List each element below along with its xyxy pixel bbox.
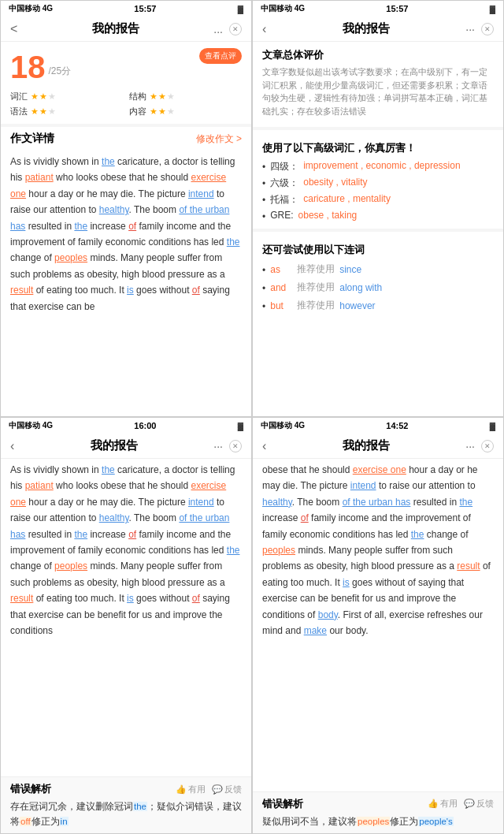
panel-tr-scroll: 文章总体评价 文章字数疑似超出该考试字数要求；在高中级别下，有一定词汇积累，能使… xyxy=(253,42,503,416)
error-desc-bl: 存在冠词冗余，建议删除冠词the；疑似介词错误，建议将off修正为in xyxy=(10,799,242,828)
star2: ★ xyxy=(39,106,47,117)
battery-br: ▓ xyxy=(490,422,495,430)
word-the1: the xyxy=(102,156,115,167)
error-title-row-br: 错误解析 👍 有用 💬 反馈 xyxy=(262,797,494,811)
back-icon-tl[interactable]: < xyxy=(10,22,17,36)
vocab-item-3: • GRE: obese , taking xyxy=(262,208,494,224)
bl-the1: the xyxy=(102,464,115,475)
c-alt-0: since xyxy=(339,264,361,275)
essay-text-br: obese that he should exercise one hour a… xyxy=(253,459,503,645)
conjunct-item-0: • as 推荐使用 since xyxy=(262,260,494,278)
nav-left-bl[interactable]: ‹ xyxy=(10,439,14,453)
c-dot0: • xyxy=(262,265,265,276)
bl-patiant: patiant xyxy=(25,480,54,491)
bl-peoples: peoples xyxy=(54,560,87,572)
more-icon-bl[interactable]: ··· xyxy=(213,440,223,452)
star1: ★ xyxy=(31,91,39,102)
error-title-row-bl: 错误解析 👍 有用 💬 反馈 xyxy=(10,782,242,796)
br-the2: the xyxy=(459,497,472,508)
score-item-struct: 结构 ★ ★ ★ xyxy=(129,91,242,102)
br-of: of xyxy=(301,512,309,523)
nav-bar-tl: < 我的报告 ... ✕ xyxy=(1,17,251,42)
nav-title-bl: 我的报告 xyxy=(91,438,138,453)
star2: ★ xyxy=(158,106,166,117)
score-number: 18 xyxy=(10,51,46,83)
nav-left-tr[interactable]: ‹ xyxy=(262,22,266,36)
back-icon-br[interactable]: ‹ xyxy=(262,439,266,453)
back-icon-tr[interactable]: ‹ xyxy=(262,22,266,36)
feedback-btn-br[interactable]: 💬 反馈 xyxy=(464,798,494,810)
check-btn[interactable]: 查看点评 xyxy=(199,48,242,64)
nav-right-tl[interactable]: ... ✕ xyxy=(213,23,242,35)
feedback-btn-bl[interactable]: 💬 反馈 xyxy=(212,784,242,795)
br-peoples: peoples xyxy=(262,545,295,556)
useful-btn-br[interactable]: 👍 有用 xyxy=(428,798,458,810)
thumb-up-icon-br: 👍 xyxy=(428,799,439,809)
nav-left-tl[interactable]: < xyxy=(10,22,17,36)
useful-btn-bl[interactable]: 👍 有用 xyxy=(176,784,206,795)
carrier-br: 中国移动 4G xyxy=(261,420,305,431)
bl-healthy: healthy xyxy=(99,512,129,523)
score-item-vocab: 词汇 ★ ★ ★ xyxy=(10,91,123,102)
star3: ★ xyxy=(167,106,175,117)
edit-link[interactable]: 修改作文 > xyxy=(196,132,242,146)
words-1: obesity , vitality xyxy=(303,177,367,188)
close-btn-tr[interactable]: ✕ xyxy=(481,23,494,35)
br-the3: the xyxy=(411,529,424,540)
battery-bl: ▓ xyxy=(238,422,243,430)
c-word-0: as xyxy=(270,264,292,275)
word-peoples: peoples xyxy=(54,252,87,263)
word-result: result xyxy=(10,285,33,296)
dot2: • xyxy=(262,195,265,206)
level-3: GRE: xyxy=(270,210,293,221)
word-patiant: patiant xyxy=(25,172,54,183)
more-icon-tl[interactable]: ... xyxy=(213,23,223,35)
stars-struct: ★ ★ ★ xyxy=(150,91,175,102)
more-icon-tr[interactable]: ··· xyxy=(465,23,475,35)
words-2: caricature , mentality xyxy=(303,193,391,204)
score-label-vocab: 词汇 xyxy=(10,91,28,102)
bl-of2: of xyxy=(192,593,200,604)
err-peoples-correct: people's xyxy=(418,817,453,826)
score-grid: 词汇 ★ ★ ★ 结构 ★ ★ ★ xyxy=(10,91,242,117)
error-title-br: 错误解析 xyxy=(262,797,303,811)
time-tr: 15:57 xyxy=(386,4,408,13)
conjunct-section: 还可尝试使用以下连词 • as 推荐使用 since • and 推荐使用 al… xyxy=(253,236,503,315)
nav-bar-tr: ‹ 我的报告 ··· ✕ xyxy=(253,17,503,42)
carrier-tr: 中国移动 4G xyxy=(261,3,305,14)
panel-top-left: 中国移动 4G 15:57 ▓ < 我的报告 ... ✕ 查看点评 18 /25… xyxy=(0,0,252,417)
status-bar-bl: 中国移动 4G 16:00 ▓ xyxy=(1,418,251,434)
close-btn-tl[interactable]: ✕ xyxy=(229,23,242,35)
star1: ★ xyxy=(150,106,158,117)
more-icon-br[interactable]: ··· xyxy=(465,440,475,452)
c-word-2: but xyxy=(270,300,292,311)
c-suggest-0: 推荐使用 xyxy=(297,262,335,276)
close-btn-br[interactable]: ✕ xyxy=(481,440,494,452)
panel-tl-scroll: 查看点评 18 /25分 词汇 ★ ★ ★ 结构 xyxy=(1,42,251,416)
conjunct-list: • as 推荐使用 since • and 推荐使用 along with • … xyxy=(253,260,503,315)
status-bar-br: 中国移动 4G 14:52 ▓ xyxy=(253,418,503,434)
feedback-icon-bl: 💬 xyxy=(212,784,223,795)
essay-header: 作文详情 修改作文 > xyxy=(1,124,251,151)
essay-text-bl: As is vividly shown in the caricature, a… xyxy=(1,459,251,645)
feedback-btns-br: 👍 有用 💬 反馈 xyxy=(428,798,494,810)
score-label-grammar: 语法 xyxy=(10,106,28,117)
panel-top-right: 中国移动 4G 15:57 ▓ ‹ 我的报告 ··· ✕ 文章总体评价 文章字数… xyxy=(252,0,504,417)
nav-right-br[interactable]: ··· ✕ xyxy=(465,440,494,452)
nav-right-bl[interactable]: ··· ✕ xyxy=(213,440,242,452)
close-btn-bl[interactable]: ✕ xyxy=(229,440,242,452)
err-the: the xyxy=(133,802,147,811)
word-the2: the xyxy=(74,221,87,232)
nav-bar-bl: ‹ 我的报告 ··· ✕ xyxy=(1,434,251,459)
stars-grammar: ★ ★ ★ xyxy=(31,106,56,117)
vocab-section: 使用了以下高级词汇，你真厉害！ • 四级： improvement , econ… xyxy=(253,135,503,224)
br-body: body xyxy=(318,609,338,620)
vocab-item-2: • 托福： caricature , mentality xyxy=(262,192,494,208)
err-peoples: peoples xyxy=(357,817,390,826)
nav-left-br[interactable]: ‹ xyxy=(262,439,266,453)
err-in: in xyxy=(60,817,69,826)
back-icon-bl[interactable]: ‹ xyxy=(10,439,14,453)
br-exercise-one: exercise one xyxy=(353,464,406,475)
nav-right-tr[interactable]: ··· ✕ xyxy=(465,23,494,35)
screen-grid: 中国移动 4G 15:57 ▓ < 我的报告 ... ✕ 查看点评 18 /25… xyxy=(0,0,504,834)
